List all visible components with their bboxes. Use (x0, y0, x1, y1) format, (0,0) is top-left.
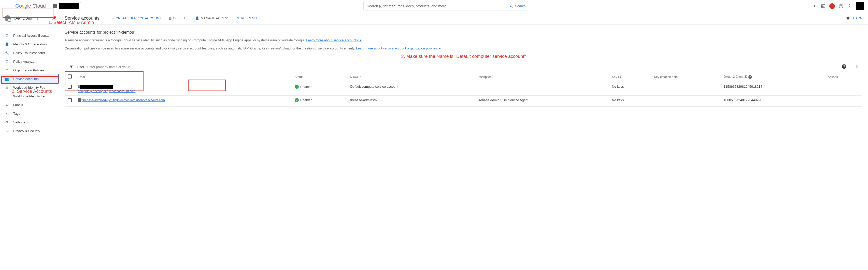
status-ok-icon: ✓ (295, 98, 299, 102)
th-actions: Actions (825, 72, 862, 82)
help-icon[interactable] (838, 4, 844, 9)
th-description[interactable]: Description (473, 72, 609, 82)
sidebar-item-settings[interactable]: ⚙Settings (0, 118, 59, 127)
content-subtitle: Service accounts for project "lit-demos" (65, 30, 862, 35)
list-doc-icon: ▤ (5, 68, 9, 73)
sidebar-item-label: Policy Troubleshooter (13, 51, 45, 55)
service-accounts-table: Email Status Name ↑ Description Key ID K… (65, 72, 862, 107)
sidebar-item-label: Labels (13, 103, 23, 107)
shield-person-icon: 🛡 (5, 33, 9, 38)
sidebar-item-label: Principal Access Boun… (13, 34, 50, 37)
sidebar-item-identity-org[interactable]: 👤Identity & Organization (0, 40, 59, 49)
help-icon[interactable]: ? (748, 75, 752, 79)
sidebar-item-label: Organization Policies (13, 68, 44, 72)
gemini-icon[interactable]: ✦ (812, 4, 817, 9)
sidebar-item-label: Identity & Organization (13, 42, 47, 46)
oauth-cell: 100851672481273449290 (721, 96, 825, 106)
sidebar-item-privacy-security[interactable]: 🛡Privacy & Security (0, 127, 59, 135)
person-circle-icon: 👤 (5, 42, 9, 46)
oauth-cell: 115866582981045918214 (721, 82, 825, 96)
row-actions-menu[interactable]: ⋮ (828, 85, 832, 90)
trash-icon: 🗑 (168, 16, 172, 20)
cloud-shell-icon[interactable] (821, 4, 826, 9)
name-cell: firebase-adminsdk (347, 96, 473, 106)
sidebar-item-tags[interactable]: 🏷Tags (0, 109, 59, 118)
learn-button[interactable]: 🎓LEARN (846, 16, 862, 20)
main-content: Service accounts +CREATE SERVICE ACCOUNT… (59, 12, 868, 270)
sa-row-icon (78, 99, 82, 102)
sidebar-item-label: Service Accounts (13, 77, 39, 81)
row-actions-menu[interactable]: ⋮ (828, 99, 832, 104)
sidebar-item-policy-analyzer[interactable]: 🛡Policy Analyzer (0, 57, 59, 66)
learn-more-org-policies-link[interactable]: Learn more about service account organiz… (356, 46, 441, 50)
tags-icon: 🏷 (5, 103, 9, 107)
row-checkbox[interactable] (68, 98, 72, 102)
create-service-account-button[interactable]: +CREATE SERVICE ACCOUNT (112, 16, 161, 21)
more-icon[interactable]: ⋮ (847, 4, 852, 9)
project-picker[interactable] (51, 2, 81, 10)
th-keyid[interactable]: Key ID (609, 72, 651, 82)
th-status[interactable]: Status (291, 72, 347, 82)
th-oauth[interactable]: OAuth 2 Client ID? (721, 72, 825, 82)
filter-input[interactable]: Enter property name or value (87, 65, 839, 69)
separator (851, 64, 851, 69)
sort-asc-icon: ↑ (359, 75, 361, 79)
svg-point-0 (510, 5, 512, 7)
nav-list: 🛡Principal Access Boun… 👤Identity & Orga… (0, 25, 59, 135)
tag-icon: 🏷 (5, 111, 9, 116)
search-input[interactable]: Search (/) for resources, docs, products… (363, 2, 506, 10)
sa-icon: 👥 (5, 77, 9, 81)
keydate-cell (651, 82, 721, 96)
sidebar: IAM & Admin 📌 🛡Principal Access Boun… 👤I… (0, 12, 59, 270)
th-name[interactable]: Name ↑ (347, 72, 473, 82)
sidebar-item-service-accounts[interactable]: 👥Service Accounts (0, 75, 59, 83)
row-checkbox[interactable] (68, 85, 72, 89)
iam-admin-icon (5, 15, 11, 21)
name-cell: Default compute service account (347, 82, 473, 96)
learn-more-sa-link[interactable]: Learn more about service accounts.⬈ (306, 38, 362, 42)
avatar-redacted[interactable] (856, 2, 864, 10)
learn-icon: 🎓 (846, 16, 850, 20)
help-icon[interactable]: ? (842, 64, 846, 69)
sidebar-item-labels[interactable]: 🏷Labels (0, 101, 59, 109)
notifications-badge[interactable]: 1 (829, 3, 835, 9)
email-prefix: S (78, 85, 80, 88)
content-desc-2: Organization policies can be used to sec… (65, 46, 862, 51)
search-button-label: Search (515, 4, 525, 8)
search-button[interactable]: Search (506, 2, 529, 10)
project-name-redacted (59, 3, 79, 9)
sidebar-item-principal-access[interactable]: 🛡Principal Access Boun… (0, 31, 59, 40)
top-bar: Google Cloud Search (/) for resources, d… (0, 0, 868, 12)
pin-icon[interactable]: 📌 (52, 16, 56, 20)
status-text: Enabled (300, 98, 312, 102)
list-icon: ☰ (5, 94, 9, 99)
sidebar-item-label: Settings (13, 120, 25, 124)
manage-access-button[interactable]: +👤MANAGE ACCESS (193, 16, 229, 20)
hamburger-menu-icon[interactable] (2, 0, 14, 12)
sidebar-item-label: Workforce Identity Fed… (13, 94, 50, 98)
email-link[interactable]: compute@developer.gserviceaccount.com (78, 89, 135, 93)
google-cloud-logo[interactable]: Google Cloud (15, 3, 46, 9)
policy-icon: 🛡 (5, 59, 9, 64)
select-all-checkbox[interactable] (68, 75, 72, 79)
sidebar-item-label: Policy Analyzer (13, 60, 36, 63)
project-icon (53, 4, 57, 8)
annotation-text-3: 3. Make sure the Name is "Default comput… (65, 54, 862, 59)
column-picker-icon[interactable]: ⦀ (856, 64, 858, 70)
table-row: firebase-adminsdk-jvt2t@lit-demos.iam.gs… (65, 96, 862, 106)
email-link[interactable]: firebase-adminsdk-jvt2t@lit-demos.iam.gs… (83, 99, 165, 102)
gear-icon: ⚙ (5, 120, 9, 125)
sidebar-item-policy-troubleshooter[interactable]: 🔧Policy Troubleshooter (0, 49, 59, 57)
shield-icon: 🛡 (5, 129, 9, 133)
sidebar-item-label: Privacy & Security (13, 129, 40, 133)
refresh-button[interactable]: ⟳REFRESH (237, 16, 257, 20)
th-email[interactable]: Email (75, 72, 291, 82)
delete-button[interactable]: 🗑DELETE (168, 16, 186, 20)
sidebar-item-org-policies[interactable]: ▤Organization Policies (0, 66, 59, 75)
wrench-icon: 🔧 (5, 51, 9, 55)
wif-icon: ⊞ (5, 85, 9, 90)
th-keydate[interactable]: Key creation date (651, 72, 721, 82)
keyid-cell: No keys (609, 96, 651, 106)
annotation-text-2: 2. Service Accounts (12, 89, 52, 94)
external-link-icon: ⬈ (438, 47, 441, 50)
